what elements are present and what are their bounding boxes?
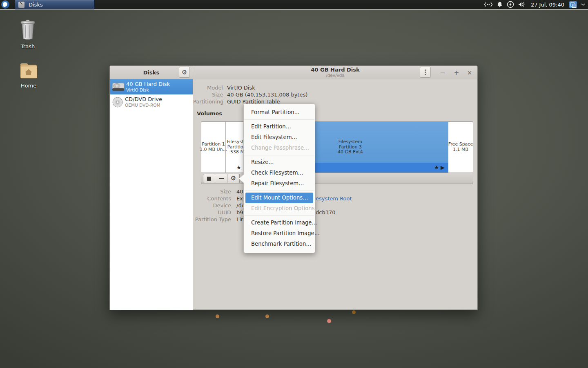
play-icon: ▶ (441, 165, 445, 171)
menu-separator (244, 153, 315, 157)
volumes-heading: Volumes (197, 110, 222, 117)
unmount-button[interactable] (203, 174, 215, 183)
menu-item-resize[interactable]: Resize… (244, 157, 315, 168)
menu-item-change-passphrase: Change Passphrase… (244, 143, 315, 153)
menu-item-check-filesystem[interactable]: Check Filesystem… (244, 168, 315, 178)
wallpaper-dot (216, 314, 219, 318)
disk-info: Model VirtIO Disk Size 40 GB (40,153,131… (193, 84, 478, 105)
info-row-size: Size 40 GB (40,153,131,008 bytes) (193, 91, 478, 98)
maximize-icon: + (454, 69, 459, 76)
desktop-icon-trash[interactable]: Trash (9, 20, 46, 49)
system-tray: 27 Jul, 09:40 (484, 1, 588, 8)
menu-item-benchmark-partition[interactable]: Benchmark Partition… (244, 239, 315, 249)
window-titlebar[interactable]: 40 GB Hard Disk /dev/vda − + × (193, 66, 477, 79)
volume-map: Partition 1 1.0 MB Un... Filesystem Part… (201, 121, 473, 173)
volume-segment-partition1[interactable]: Partition 1 1.0 MB Un... (201, 122, 226, 173)
top-panel: Disks (0, 0, 588, 10)
titlebar[interactable]: Disks ⚙ 40 GB Hard Disk /dev/vda − + × (110, 66, 477, 79)
network-icon[interactable] (484, 2, 493, 7)
menu-item-restore-partition-image[interactable]: Restore Partition Image… (244, 228, 315, 239)
sidebar-item-hard-disk[interactable]: 40 GB Hard Disk VirtIO Disk (110, 79, 193, 94)
keyboard-layout-indicator[interactable] (569, 1, 577, 8)
volume-button-group: ⚙ (203, 174, 240, 183)
power-manager-icon[interactable] (507, 1, 514, 8)
close-button[interactable]: × (463, 66, 477, 79)
applications-menu-icon[interactable] (1, 0, 9, 9)
taskbar-button-label: Disks (29, 2, 43, 8)
home-label: Home (10, 83, 47, 89)
window-title-block: 40 GB Hard Disk /dev/vda (311, 67, 359, 78)
info-row-partitioning: Partitioning GUID Partition Table (193, 98, 478, 105)
menu-separator (244, 189, 315, 193)
menu-item-repair-filesystem[interactable]: Repair Filesystem… (244, 178, 315, 189)
volume-segment-free-space[interactable]: Free Space 1.1 MB (448, 122, 473, 173)
wallpaper-dot (352, 310, 356, 314)
stop-icon (207, 177, 211, 181)
sidebar-item-cd-dvd[interactable]: CD/DVD Drive QEMU DVD-ROM (110, 94, 193, 110)
disk-list-sidebar: 40 GB Hard Disk VirtIO Disk CD/DVD Drive… (110, 79, 193, 310)
kebab-menu-icon (425, 70, 426, 75)
detail-row-device: Device /dev (193, 202, 478, 209)
notification-bell-icon[interactable] (497, 1, 503, 8)
wallpaper-dot (327, 319, 331, 323)
close-icon: × (467, 69, 472, 76)
trash-label: Trash (9, 43, 46, 49)
menu-separator (244, 214, 315, 218)
disk-item-subtitle: VirtIO Disk (126, 88, 170, 93)
detail-row-partition-type: Partition Type Linu (193, 216, 478, 223)
trash-can-icon (19, 20, 37, 40)
menu-item-edit-encryption-options: Edit Encryption Options… (244, 203, 315, 214)
delete-partition-button[interactable] (215, 174, 227, 183)
minimize-icon: − (440, 69, 445, 76)
disks-app-icon (18, 2, 24, 8)
wallpaper-dot (265, 314, 269, 318)
menu-item-create-partition-image[interactable]: Create Partition Image… (244, 218, 315, 228)
star-icon: ★ (434, 165, 439, 171)
menu-item-format-partition[interactable]: Format Partition… (244, 107, 315, 118)
menu-item-edit-mount-options[interactable]: Edit Mount Options… (245, 193, 313, 203)
partition-context-menu: Format Partition… Edit Partition… Edit F… (243, 103, 315, 253)
chevron-down-icon[interactable] (581, 3, 586, 6)
info-row-model: Model VirtIO Disk (193, 84, 478, 91)
window-title: 40 GB Hard Disk (311, 67, 359, 73)
home-folder-icon (19, 62, 38, 79)
minimize-button[interactable]: − (436, 66, 450, 79)
clock[interactable]: 27 Jul, 09:40 (531, 2, 564, 8)
partition-details: Size 40 G Contents Ext4 Device /dev UUID… (193, 188, 478, 223)
desktop-icon-home[interactable]: Home (10, 62, 47, 89)
detail-row-uuid: UUID b9bf (193, 209, 478, 216)
disk-item-title: CD/DVD Drive (125, 96, 162, 103)
maximize-button[interactable]: + (450, 66, 463, 79)
minus-icon (219, 178, 224, 179)
menu-separator (244, 118, 315, 121)
hard-disk-icon (112, 82, 125, 92)
cd-dvd-icon (112, 96, 123, 108)
menu-item-edit-partition[interactable]: Edit Partition… (244, 121, 315, 132)
taskbar-button-disks[interactable]: Disks (15, 0, 95, 9)
filesystem-root-link[interactable]: esystem Root (316, 195, 352, 202)
volume-icon[interactable] (518, 1, 526, 8)
detail-row-size: Size 40 G (193, 188, 478, 195)
disk-item-title: 40 GB Hard Disk (126, 81, 170, 88)
menu-item-edit-filesystem[interactable]: Edit Filesystem… (244, 132, 315, 143)
disk-detail-pane: Model VirtIO Disk Size 40 GB (40,153,131… (193, 79, 478, 310)
app-menu-button[interactable] (420, 67, 431, 78)
disk-item-subtitle: QEMU DVD-ROM (125, 103, 162, 108)
gears-icon: ⚙ (231, 175, 236, 182)
sidebar-header: Disks ⚙ (110, 66, 193, 79)
disk-settings-gear-button[interactable]: ⚙ (179, 67, 190, 78)
window-subtitle: /dev/vda (311, 73, 359, 78)
partition-options-button[interactable]: ⚙ (227, 174, 240, 183)
sidebar-header-title: Disks (143, 70, 159, 76)
gear-icon: ⚙ (182, 69, 187, 76)
